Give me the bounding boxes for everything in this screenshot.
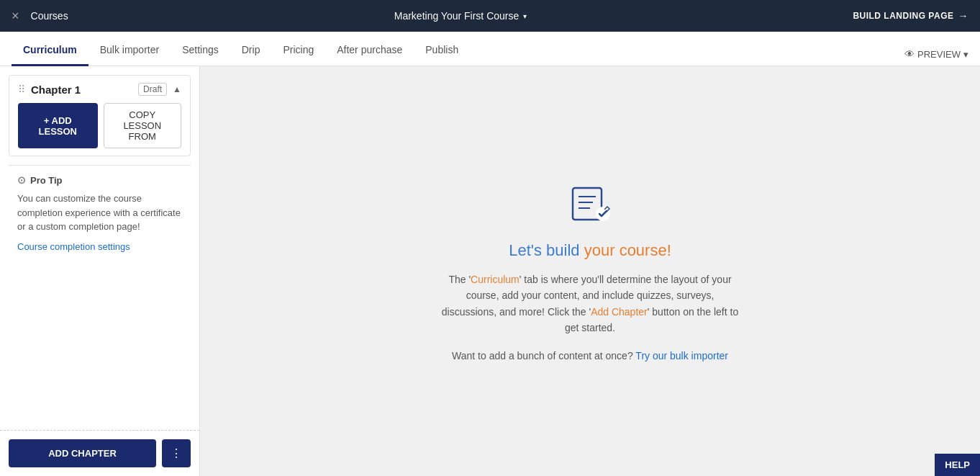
empty-state-description: The 'Curriculum' tab is where you'll det… [439,271,741,336]
pro-tip-section: ⊙ Pro Tip You can customize the course c… [9,165,191,261]
chapter-block: ⠿ Chapter 1 Draft ▲ + ADD LESSON COPY LE… [9,75,191,156]
course-title: Marketing Your First Course [394,10,520,22]
bulk-importer-link[interactable]: Try our bulk importer [635,350,728,362]
tab-publish[interactable]: Publish [414,35,470,66]
empty-state-bulk: Want to add a bunch of content at once? … [439,350,741,362]
chapter-title: Chapter 1 [31,84,81,96]
preview-button[interactable]: 👁 PREVIEW ▾ [904,48,980,66]
tab-after-purchase[interactable]: After purchase [325,35,414,66]
eye-icon: 👁 [904,48,915,60]
close-button[interactable]: × [12,9,19,24]
tabs-left: Curriculum Bulk importer Settings Drip P… [12,35,470,66]
course-title-dropdown[interactable]: Marketing Your First Course ▾ [394,10,527,22]
chapter-header-right: Draft ▲ [138,83,181,96]
build-landing-page-label: BUILD LANDING PAGE [853,11,953,21]
pro-tip-icon: ⊙ [17,174,26,186]
add-chapter-button[interactable]: ADD CHAPTER [9,439,156,467]
tab-settings[interactable]: Settings [171,35,230,66]
chevron-up-icon[interactable]: ▲ [173,84,181,94]
preview-chevron: ▾ [963,49,968,60]
top-bar: × Courses Marketing Your First Course ▾ … [0,0,980,32]
more-options-button[interactable]: ⋮ [162,439,191,467]
pro-tip-header: ⊙ Pro Tip [17,174,182,186]
tabs-bar: Curriculum Bulk importer Settings Drip P… [0,32,980,66]
pro-tip-text: You can customize the course completion … [17,192,182,234]
course-dropdown-icon: ▾ [523,12,527,20]
tab-drip[interactable]: Drip [230,35,272,66]
sidebar-bottom: ADD CHAPTER ⋮ [0,430,199,476]
sidebar-content: ⠿ Chapter 1 Draft ▲ + ADD LESSON COPY LE… [0,66,199,430]
tab-curriculum[interactable]: Curriculum [12,35,89,66]
course-builder-icon [567,181,613,227]
app-title: Courses [31,10,68,22]
tab-pricing[interactable]: Pricing [271,35,325,66]
draft-badge: Draft [138,83,167,96]
sidebar: ⠿ Chapter 1 Draft ▲ + ADD LESSON COPY LE… [0,66,200,476]
chapter-header-left: ⠿ Chapter 1 [18,84,81,96]
drag-handle-icon[interactable]: ⠿ [18,84,25,95]
arrow-right-icon: → [958,10,968,22]
tab-bulk-importer[interactable]: Bulk importer [89,35,171,66]
top-bar-left: × Courses [12,9,68,24]
pro-tip-title: Pro Tip [30,175,63,186]
chapter-header: ⠿ Chapter 1 Draft ▲ [18,83,181,96]
bulk-text: Want to add a bunch of content at once? [452,350,633,362]
add-lesson-button[interactable]: + ADD LESSON [18,103,98,148]
build-landing-page-button[interactable]: BUILD LANDING PAGE → [853,10,968,22]
main-content: Let's build your course! The 'Curriculum… [200,66,980,476]
empty-state-title: Let's build your course! [439,241,741,260]
preview-label: PREVIEW [917,49,961,60]
help-button[interactable]: HELP [935,454,980,476]
empty-state: Let's build your course! The 'Curriculum… [439,181,741,362]
chapter-actions: + ADD LESSON COPY LESSON FROM [18,103,181,148]
copy-lesson-button[interactable]: COPY LESSON FROM [104,103,182,148]
course-completion-settings-link[interactable]: Course completion settings [17,241,130,252]
main-layout: ⠿ Chapter 1 Draft ▲ + ADD LESSON COPY LE… [0,66,980,476]
